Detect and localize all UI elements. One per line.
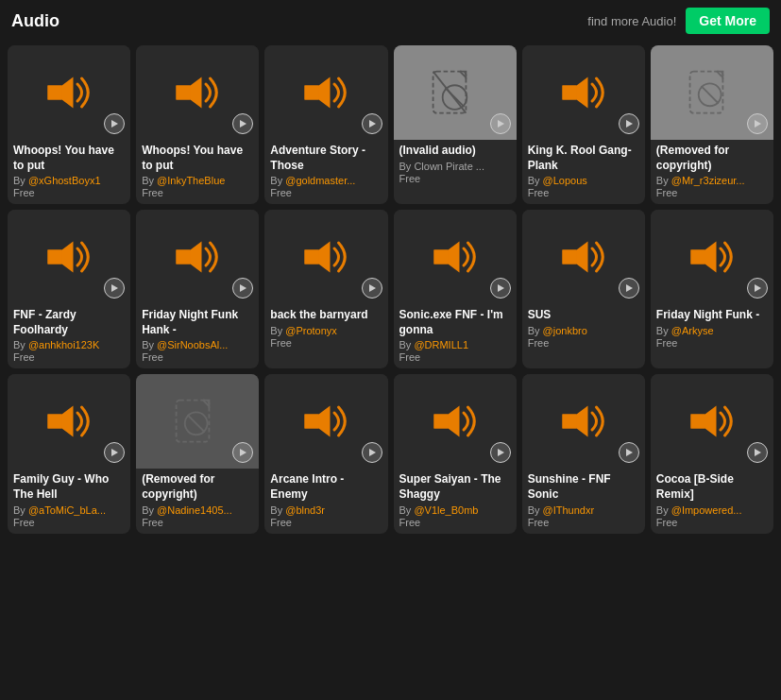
get-more-button[interactable]: Get More bbox=[686, 8, 770, 34]
card-author: By @Protonyx bbox=[270, 325, 382, 336]
audio-card[interactable]: back the barnyard By @Protonyx Free bbox=[264, 210, 387, 368]
audio-card[interactable]: Friday Night Funk - By @Arkyse Free bbox=[651, 210, 773, 368]
svg-marker-2 bbox=[111, 120, 118, 128]
play-button[interactable] bbox=[490, 442, 511, 463]
card-thumbnail bbox=[8, 374, 130, 469]
card-title: Adventure Story - Those bbox=[270, 144, 382, 173]
svg-marker-51 bbox=[369, 449, 376, 456]
svg-rect-42 bbox=[48, 415, 62, 429]
removed-icon bbox=[172, 396, 224, 448]
card-info: Super Saiyan - The Shaggy By @V1le_B0mb … bbox=[394, 469, 517, 533]
card-author: By @Impowered... bbox=[656, 504, 768, 516]
card-author: By Clown Pirate ... bbox=[399, 161, 511, 172]
card-title: Whoops! You have to put bbox=[142, 144, 253, 173]
play-button[interactable] bbox=[104, 113, 125, 134]
svg-rect-59 bbox=[690, 415, 705, 429]
play-button[interactable] bbox=[362, 442, 382, 463]
speaker-icon bbox=[427, 398, 484, 445]
card-thumbnail bbox=[264, 45, 387, 140]
card-author: By @goldmaster... bbox=[270, 175, 382, 186]
card-price: Free bbox=[399, 351, 511, 363]
audio-card[interactable]: Adventure Story - Those By @goldmaster..… bbox=[264, 45, 387, 204]
play-button[interactable] bbox=[747, 113, 768, 134]
audio-card[interactable]: Whoops! You have to put By @xGhostBoyx1 … bbox=[8, 45, 130, 204]
play-button[interactable] bbox=[619, 442, 639, 463]
card-thumbnail bbox=[394, 45, 517, 140]
play-button[interactable] bbox=[619, 278, 639, 299]
audio-card[interactable]: (Removed for copyright) By @Mr_r3zizeur.… bbox=[651, 45, 773, 204]
card-info: back the barnyard By @Protonyx Free bbox=[264, 304, 387, 354]
card-price: Free bbox=[656, 337, 768, 349]
svg-rect-27 bbox=[177, 250, 191, 265]
card-thumbnail bbox=[522, 210, 645, 304]
audio-card[interactable]: Whoops! You have to put By @InkyTheBlue … bbox=[136, 45, 259, 204]
svg-marker-34 bbox=[498, 284, 504, 292]
audio-card[interactable]: (Invalid audio) By Clown Pirate ... Free bbox=[394, 45, 517, 204]
page-title: Audio bbox=[11, 11, 59, 31]
card-info: (Invalid audio) By Clown Pirate ... Free bbox=[394, 140, 517, 190]
play-button[interactable] bbox=[619, 113, 639, 134]
play-button[interactable] bbox=[490, 113, 511, 134]
card-info: Sunshine - FNF Sonic By @IThundxr Free bbox=[522, 469, 645, 533]
card-price: Free bbox=[13, 517, 125, 528]
audio-card[interactable]: Super Saiyan - The Shaggy By @V1le_B0mb … bbox=[394, 374, 517, 533]
card-price: Free bbox=[399, 517, 511, 528]
card-title: Sunshine - FNF Sonic bbox=[528, 472, 639, 502]
play-button[interactable] bbox=[490, 278, 511, 299]
card-thumbnail bbox=[264, 210, 387, 304]
speaker-icon bbox=[169, 69, 226, 116]
card-title: Super Saiyan - The Shaggy bbox=[399, 472, 511, 502]
card-title: Sonic.exe FNF - I'm gonna bbox=[399, 308, 511, 337]
speaker-icon bbox=[427, 233, 484, 281]
svg-marker-60 bbox=[755, 449, 761, 456]
card-price: Free bbox=[656, 187, 768, 198]
svg-marker-31 bbox=[369, 284, 376, 292]
audio-card[interactable]: FNF - Zardy Foolhardy By @anhkhoi123K Fr… bbox=[8, 210, 130, 368]
speaker-icon bbox=[555, 398, 612, 445]
play-button[interactable] bbox=[362, 113, 382, 134]
card-price: Free bbox=[528, 517, 639, 528]
audio-card[interactable]: Arcane Intro - Enemy By @blnd3r Free bbox=[264, 374, 387, 533]
card-author: By @jonkbro bbox=[528, 325, 639, 336]
speaker-icon bbox=[684, 398, 740, 445]
card-thumbnail bbox=[651, 45, 773, 140]
card-price: Free bbox=[270, 187, 382, 198]
audio-card[interactable]: (Removed for copyright) By @Nadine1405..… bbox=[136, 374, 259, 533]
card-info: (Removed for copyright) By @Nadine1405..… bbox=[136, 469, 259, 533]
card-author: By @SirNoobsAl... bbox=[142, 339, 253, 350]
play-button[interactable] bbox=[747, 442, 768, 463]
card-info: Family Guy - Who The Hell By @aToMiC_bLa… bbox=[8, 469, 130, 533]
card-price: Free bbox=[656, 517, 768, 528]
card-price: Free bbox=[13, 351, 125, 363]
play-button[interactable] bbox=[232, 278, 253, 299]
card-info: Whoops! You have to put By @xGhostBoyx1 … bbox=[8, 140, 130, 204]
audio-card[interactable]: King K. Rool Gang-Plank By @Lopous Free bbox=[522, 45, 645, 204]
audio-card[interactable]: SUS By @jonkbro Free bbox=[522, 210, 645, 368]
find-more-text: find more Audio! bbox=[587, 14, 676, 28]
card-thumbnail bbox=[522, 45, 645, 140]
card-info: Whoops! You have to put By @InkyTheBlue … bbox=[136, 140, 259, 204]
card-author: By @xGhostBoyx1 bbox=[13, 175, 125, 186]
play-button[interactable] bbox=[232, 442, 253, 463]
audio-card[interactable]: Friday Night Funk Hank - By @SirNoobsAl.… bbox=[136, 210, 259, 368]
audio-card[interactable]: Sonic.exe FNF - I'm gonna By @DRMILL1 Fr… bbox=[394, 210, 517, 368]
play-button[interactable] bbox=[232, 113, 253, 134]
audio-card[interactable]: Family Guy - Who The Hell By @aToMiC_bLa… bbox=[8, 374, 130, 533]
audio-card[interactable]: Cocoa [B-Side Remix] By @Impowered... Fr… bbox=[651, 374, 773, 533]
play-button[interactable] bbox=[747, 278, 768, 299]
card-price: Free bbox=[142, 351, 253, 363]
play-button[interactable] bbox=[362, 278, 382, 299]
speaker-icon bbox=[684, 233, 740, 281]
card-title: FNF - Zardy Foolhardy bbox=[13, 308, 125, 337]
play-button[interactable] bbox=[104, 278, 125, 299]
audio-card[interactable]: Sunshine - FNF Sonic By @IThundxr Free bbox=[522, 374, 645, 533]
card-author: By @Arkyse bbox=[656, 325, 768, 336]
card-thumbnail bbox=[651, 210, 773, 304]
card-thumbnail bbox=[136, 210, 259, 304]
card-title: Cocoa [B-Side Remix] bbox=[656, 472, 768, 502]
card-info: FNF - Zardy Foolhardy By @anhkhoi123K Fr… bbox=[8, 304, 130, 368]
svg-marker-37 bbox=[626, 284, 633, 292]
play-button[interactable] bbox=[104, 442, 125, 463]
svg-marker-17 bbox=[626, 120, 633, 128]
svg-marker-48 bbox=[240, 449, 246, 456]
